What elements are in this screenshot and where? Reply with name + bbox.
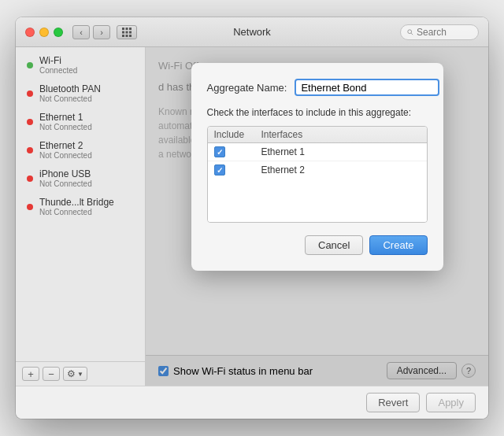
wifi-item-name: Wi-Fi — [39, 55, 77, 66]
titlebar: ‹ › Network — [16, 17, 488, 47]
grid-button[interactable] — [117, 25, 137, 39]
svg-rect-2 — [129, 28, 132, 30]
gear-menu-button[interactable]: ⚙ ▼ — [63, 367, 87, 381]
modal-description: Check the interfaces to include in this … — [207, 107, 428, 118]
revert-button[interactable]: Revert — [366, 393, 420, 412]
modal-overlay: Aggregate Name: Check the interfaces to … — [146, 47, 488, 386]
thunderbolt-item-name: Thunde...lt Bridge — [39, 197, 114, 208]
svg-line-10 — [411, 33, 413, 35]
svg-rect-8 — [129, 35, 132, 37]
ethernet1-status-dot — [27, 119, 33, 125]
network-window: ‹ › Network — [16, 17, 488, 419]
table-body: ✓ Ethernet 1 ✓ — [208, 143, 427, 222]
ethernet1-item-name: Ethernet 1 — [39, 112, 92, 123]
bluetooth-item-name: Bluetooth PAN — [39, 83, 101, 94]
forward-icon: › — [100, 28, 103, 37]
ethernet1-item-status: Not Connected — [39, 123, 92, 131]
sidebar-item-thunderbolt[interactable]: Thunde...lt Bridge Not Connected — [19, 193, 142, 220]
bluetooth-status-dot — [27, 91, 33, 97]
forward-button[interactable]: › — [93, 25, 110, 39]
cancel-button[interactable]: Cancel — [305, 235, 363, 255]
window-footer: Revert Apply — [16, 386, 488, 419]
svg-rect-0 — [122, 28, 124, 30]
iphone-usb-status-dot — [27, 176, 33, 182]
sidebar-item-bluetooth[interactable]: Bluetooth PAN Not Connected — [19, 79, 142, 107]
col-interfaces-header: Interfaces — [261, 129, 421, 140]
wifi-item-status: Connected — [39, 66, 77, 75]
modal-actions: Cancel Create — [207, 235, 428, 255]
svg-rect-1 — [126, 28, 128, 30]
ethernet2-item-status: Not Connected — [39, 151, 92, 160]
window-title: Network — [233, 26, 271, 38]
sidebar-list: Wi-Fi Connected Bluetooth PAN Not Connec… — [16, 47, 145, 361]
table-row: ✓ Ethernet 1 — [208, 143, 427, 161]
svg-point-9 — [408, 29, 412, 33]
ethernet1-row-label: Ethernet 1 — [261, 146, 421, 157]
sidebar: Wi-Fi Connected Bluetooth PAN Not Connec… — [16, 47, 146, 386]
ethernet2-row-label: Ethernet 2 — [261, 164, 421, 176]
remove-network-button[interactable]: − — [43, 367, 60, 381]
create-bond-modal: Aggregate Name: Check the interfaces to … — [191, 63, 443, 271]
right-panel: Wi-Fi Off d has the IP ⇕ Known networks … — [146, 47, 488, 386]
svg-rect-6 — [122, 35, 124, 37]
sidebar-item-ethernet1[interactable]: Ethernet 1 Not Connected — [19, 108, 142, 135]
thunderbolt-status-dot — [27, 204, 33, 210]
aggregate-name-label: Aggregate Name: — [207, 82, 287, 94]
search-input[interactable] — [417, 27, 472, 38]
col-include-header: Include — [214, 129, 261, 140]
ethernet1-checkbox[interactable]: ✓ — [214, 146, 225, 157]
svg-rect-7 — [126, 35, 128, 37]
traffic-lights — [25, 28, 63, 37]
gear-dropdown-icon: ▼ — [77, 371, 83, 378]
svg-rect-5 — [129, 31, 132, 33]
interfaces-table: Include Interfaces ✓ Ethernet 1 — [207, 126, 428, 223]
back-icon: ‹ — [80, 28, 83, 37]
add-icon: + — [28, 368, 34, 380]
close-button[interactable] — [25, 28, 35, 37]
sidebar-item-ethernet2[interactable]: Ethernet 2 Not Connected — [19, 136, 142, 164]
add-network-button[interactable]: + — [22, 367, 39, 381]
svg-rect-4 — [126, 31, 128, 33]
ethernet2-item-name: Ethernet 2 — [39, 140, 92, 151]
sidebar-item-wifi[interactable]: Wi-Fi Connected — [19, 51, 142, 79]
aggregate-name-input[interactable] — [295, 79, 439, 96]
iphone-usb-item-name: iPhone USB — [39, 168, 92, 179]
bluetooth-item-status: Not Connected — [39, 94, 101, 103]
nav-buttons: ‹ › — [72, 25, 137, 39]
create-button[interactable]: Create — [369, 235, 427, 255]
aggregate-name-row: Aggregate Name: — [207, 79, 428, 96]
minimize-button[interactable] — [39, 28, 49, 37]
remove-icon: − — [48, 368, 54, 380]
iphone-usb-item-status: Not Connected — [39, 179, 92, 188]
sidebar-item-iphone-usb[interactable]: iPhone USB Not Connected — [19, 164, 142, 192]
main-content: Wi-Fi Connected Bluetooth PAN Not Connec… — [16, 47, 488, 386]
maximize-button[interactable] — [54, 28, 63, 37]
table-header: Include Interfaces — [208, 127, 427, 143]
search-box[interactable] — [400, 24, 479, 40]
apply-button[interactable]: Apply — [426, 393, 476, 412]
grid-icon — [122, 28, 132, 37]
gear-icon: ⚙ — [67, 368, 76, 379]
back-button[interactable]: ‹ — [72, 25, 90, 39]
svg-rect-3 — [122, 31, 124, 33]
table-row: ✓ Ethernet 2 — [208, 161, 427, 179]
thunderbolt-item-status: Not Connected — [39, 208, 114, 216]
search-icon — [407, 28, 413, 36]
ethernet2-status-dot — [27, 147, 33, 153]
ethernet2-checkbox[interactable]: ✓ — [214, 164, 225, 176]
sidebar-footer: + − ⚙ ▼ — [16, 361, 145, 386]
wifi-status-dot — [27, 62, 33, 68]
